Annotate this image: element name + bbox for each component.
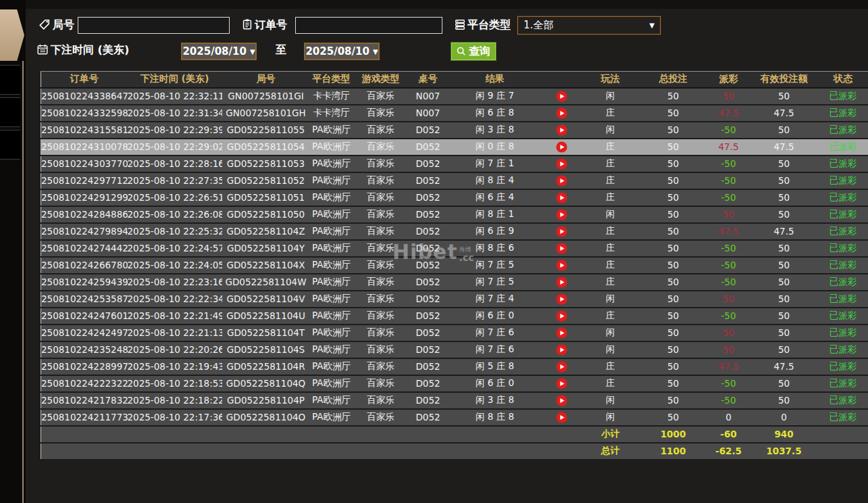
cell-table_no: D052 [409, 172, 448, 189]
cell-result: 闲 8 庄 1 [448, 206, 542, 223]
play-icon[interactable] [556, 412, 567, 423]
table-row[interactable]: 2508102242977122025-08-10 22:27:35GD0522… [41, 172, 868, 189]
cell-valid: 50 [750, 392, 818, 409]
cell-payout: 47.5 [707, 139, 750, 155]
table-row[interactable]: 2508102242594392025-08-10 22:23:16GD0522… [41, 274, 868, 291]
table-row[interactable]: 2508102242848862025-08-10 22:26:08GD0522… [41, 206, 868, 223]
table-row[interactable]: 2508102242798942025-08-10 22:25:32GD0522… [41, 223, 868, 240]
sidebar-item[interactable] [0, 97, 20, 127]
table-row[interactable]: 2508102242744422025-08-10 22:24:57GD0522… [41, 240, 868, 257]
cell-payout: -50 [707, 257, 750, 274]
table-row[interactable]: 2508102242352482025-08-10 22:20:26GD0522… [41, 341, 868, 358]
cell-time: 2025-08-10 22:27:35 [128, 172, 222, 189]
cell-time: 2025-08-10 22:32:11 [128, 88, 222, 105]
table-row[interactable]: 2508102242178322025-08-10 22:18:22GD0522… [41, 392, 868, 409]
cell-payout: 47.5 [707, 105, 750, 122]
play-icon[interactable] [556, 175, 567, 187]
cell-game: 百家乐 [353, 155, 409, 172]
date-to-select[interactable]: 2025/08/10 ▼ [304, 43, 380, 60]
cell-table_no: D052 [409, 308, 448, 325]
cell-valid: 50 [750, 122, 818, 139]
play-icon[interactable] [556, 361, 567, 373]
query-button[interactable]: 查询 [451, 42, 496, 61]
cell-valid: 50 [750, 189, 818, 206]
cell-total: 50 [640, 223, 707, 240]
cell-status: 已派彩 [818, 223, 868, 240]
play-icon[interactable] [556, 260, 567, 271]
platform-type-label: 平台类型 [467, 18, 511, 32]
cell-total: 50 [640, 409, 707, 426]
cell-table_no: D052 [409, 257, 448, 274]
cell-round: GD0522581104P [222, 392, 310, 409]
cell-round: GD05225811052 [222, 172, 310, 189]
cell-table_no: D052 [409, 206, 448, 223]
cell-order: 250810224211773 [41, 409, 128, 426]
table-row[interactable]: 2508102243325982025-08-10 22:31:34GN0072… [41, 105, 868, 122]
cell-result: 闲 7 庄 6 [448, 325, 542, 341]
cell-round: GD05225811051 [222, 189, 310, 206]
chevron-down-icon: ▼ [250, 48, 255, 55]
cell-status: 已派彩 [818, 105, 868, 122]
cell-result: 闲 7 庄 1 [448, 155, 542, 172]
play-icon[interactable] [556, 209, 567, 220]
play-icon[interactable] [556, 141, 567, 153]
sidebar-active-tab[interactable] [0, 9, 24, 61]
sidebar-item[interactable] [0, 65, 20, 95]
table-row[interactable]: 2508102243386472025-08-10 22:32:11GN0072… [41, 88, 868, 105]
cell-round: GD0522581104R [222, 358, 310, 375]
play-icon[interactable] [556, 277, 567, 288]
table-row[interactable]: 2508102242476012025-08-10 22:21:49GD0522… [41, 308, 868, 325]
cell-total: 50 [640, 257, 707, 274]
table-row[interactable]: 2508102242535872025-08-10 22:22:34GD0522… [41, 291, 868, 308]
sidebar-divider [22, 61, 24, 503]
cell-status: 已派彩 [818, 375, 868, 392]
round-number-input[interactable] [78, 17, 230, 34]
col-header-time: 下注时间 (美东) [128, 72, 222, 88]
platform-type-select[interactable]: 1.全部 ▼ [517, 16, 661, 34]
play-icon[interactable] [556, 226, 567, 237]
play-icon[interactable] [556, 107, 567, 119]
cell-bet: 庄 [582, 240, 640, 257]
table-row[interactable]: 2508102243100782025-08-10 22:29:02GD0522… [41, 139, 868, 155]
date-from-select[interactable]: 2025/08/10 ▼ [181, 43, 257, 60]
play-icon[interactable] [556, 310, 567, 322]
cell-play [542, 392, 582, 409]
play-icon[interactable] [556, 293, 567, 305]
cell-total: 50 [640, 375, 707, 392]
play-icon[interactable] [556, 344, 567, 356]
table-row[interactable]: 2508102242424972025-08-10 22:21:13GD0522… [41, 325, 868, 341]
order-number-input[interactable] [295, 17, 442, 34]
table-row[interactable]: 2508102243037702025-08-10 22:28:16GD0522… [41, 155, 868, 172]
table-row[interactable]: 2508102242912992025-08-10 22:26:51GD0522… [41, 189, 868, 206]
sidebar-item[interactable] [0, 130, 20, 160]
play-icon[interactable] [556, 192, 567, 203]
cell-table_no: D052 [409, 375, 448, 392]
play-icon[interactable] [556, 395, 567, 406]
cell-game: 百家乐 [353, 409, 409, 426]
grand-total-total-bet: 1100 [640, 443, 707, 460]
cell-platform: PA欧洲厅 [310, 325, 353, 341]
cell-valid: 50 [750, 172, 818, 189]
table-row[interactable]: 2508102242223222025-08-10 22:18:53GD0522… [41, 375, 868, 392]
play-icon[interactable] [556, 124, 567, 136]
cell-game: 百家乐 [353, 308, 409, 325]
table-row[interactable]: 2508102242289972025-08-10 22:19:43GD0522… [41, 358, 868, 375]
cell-order: 250810224235248 [41, 341, 128, 358]
cell-time: 2025-08-10 22:31:34 [128, 105, 222, 122]
cell-total: 50 [640, 155, 707, 172]
play-icon[interactable] [556, 158, 567, 170]
play-icon[interactable] [556, 327, 567, 339]
grand-total-label: 总计 [582, 443, 640, 460]
table-row[interactable]: 2508102243155812025-08-10 22:29:39GD0522… [41, 122, 868, 139]
play-icon[interactable] [556, 378, 567, 389]
play-icon[interactable] [556, 91, 567, 102]
cell-time: 2025-08-10 22:18:53 [128, 375, 222, 392]
cell-game: 百家乐 [353, 257, 409, 274]
table-row[interactable]: 2508102242117732025-08-10 22:17:36GD0522… [41, 409, 868, 426]
cell-status: 已派彩 [818, 358, 868, 375]
bet-time-label: 下注时间 (美东) [51, 43, 129, 57]
play-icon[interactable] [556, 243, 567, 254]
table-row[interactable]: 2508102242667802025-08-10 22:24:05GD0522… [41, 257, 868, 274]
cell-status: 已派彩 [818, 139, 868, 155]
cell-valid: 50 [750, 291, 818, 308]
